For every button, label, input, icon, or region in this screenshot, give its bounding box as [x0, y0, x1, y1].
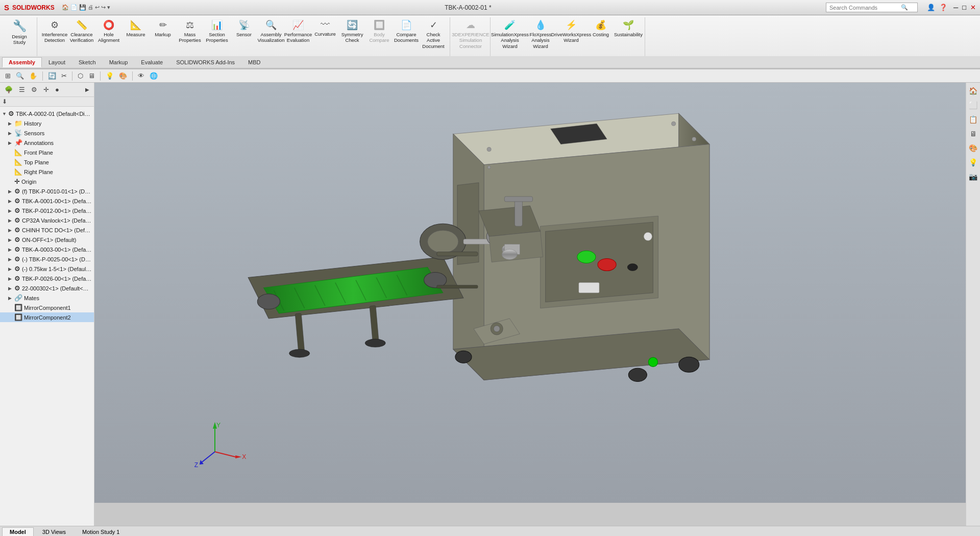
measure-btn[interactable]: 📐 Measure [122, 17, 149, 39]
tbkp0012-expander[interactable]: ▶ [8, 208, 14, 213]
performance-evaluation-btn[interactable]: 📈 PerformanceEvaluation [285, 17, 311, 45]
tree-item-chinh[interactable]: ▶ ⚙ CHINH TOC DO<1> (Default) [0, 225, 94, 235]
costing-btn[interactable]: 💰 Costing [587, 17, 614, 39]
rp-home-icon[interactable]: 🏠 [967, 85, 979, 97]
view-zoom-icon[interactable]: 🔍 [14, 70, 26, 81]
tab-motion-study[interactable]: Motion Study 1 [75, 527, 127, 537]
help-icon[interactable]: ❓ [939, 4, 947, 11]
lp-config-btn[interactable]: ⚙ [29, 84, 40, 95]
feature-tree[interactable]: ▼ ⚙ TBK-A-0002-01 (Default<Display State… [0, 107, 94, 526]
section-properties-btn[interactable]: 📊 SectionProperties [204, 17, 230, 45]
sensor-btn[interactable]: 📡 Sensor [231, 17, 257, 39]
lp-custom-btn[interactable]: ● [53, 84, 62, 95]
root-expander[interactable]: ▼ [2, 111, 8, 116]
tbkp0026-expander[interactable]: ▶ [8, 276, 14, 281]
tab-sketch[interactable]: Sketch [72, 57, 103, 67]
tree-item-tbka0001[interactable]: ▶ ⚙ TBK-A-0001-00<1> (Default) [0, 196, 94, 206]
compare-documents-btn[interactable]: 📄 CompareDocuments [393, 17, 420, 45]
tab-markup[interactable]: Markup [103, 57, 135, 67]
tree-item-mirror1[interactable]: 🔲 MirrorComponent1 [0, 303, 94, 312]
tab-addins[interactable]: SOLIDWORKS Add-Ins [169, 57, 241, 67]
tab-evaluate[interactable]: Evaluate [134, 57, 169, 67]
rp-color-icon[interactable]: 🎨 [967, 142, 979, 154]
tree-item-tbkp0012[interactable]: ▶ ⚙ TBK-P-0012-00<1> (Default) [0, 206, 94, 215]
clearance-verification-btn[interactable]: 📏 ClearanceVerification [68, 17, 95, 45]
tree-item-motor[interactable]: ▶ ⚙ (-) 0.75kw 1-5<1> (Default<As Ma [0, 264, 94, 274]
tbkp0025-expander[interactable]: ▶ [8, 257, 14, 262]
hide-show-icon[interactable]: 👁 [136, 70, 146, 81]
rp-display-icon[interactable]: 🖥 [968, 128, 979, 140]
motor-expander[interactable]: ▶ [8, 266, 14, 272]
scene-icon[interactable]: 🌐 [148, 70, 160, 81]
mates-expander[interactable]: ▶ [8, 296, 14, 301]
tree-item-front-plane[interactable]: 📐 Front Plane [0, 148, 94, 157]
hole-alignment-btn[interactable]: ⭕ HoleAlignment [95, 17, 122, 45]
user-icon[interactable]: 👤 [927, 4, 935, 11]
view-pan-icon[interactable]: ✋ [27, 70, 39, 81]
view-disp-icon[interactable]: 🖥 [86, 70, 97, 81]
tab-assembly[interactable]: Assembly [2, 57, 42, 67]
tree-item-onoff[interactable]: ▶ ⚙ ON-OFF<1> (Default) [0, 235, 94, 245]
tree-item-annotations[interactable]: ▶ 📌 Annotations [0, 138, 94, 148]
mass-properties-btn[interactable]: ⚖ MassProperties [177, 17, 203, 45]
rp-camera-icon[interactable]: 📷 [967, 170, 979, 183]
tree-item-mates[interactable]: ▶ 🔗 Mates [0, 293, 94, 303]
design-study-btn[interactable]: 🔧 DesignStudy [5, 17, 34, 47]
tree-item-origin[interactable]: ✛ Origin [0, 177, 94, 186]
search-box[interactable]: 🔍 [826, 3, 918, 12]
tab-mbd[interactable]: MBD [241, 57, 267, 67]
view-rotate-icon[interactable]: 🔄 [46, 70, 58, 81]
tree-item-tbk0010[interactable]: ▶ ⚙ (f) TBK-P-0010-01<1> (Default<As [0, 186, 94, 196]
markup-btn[interactable]: ✏ Markup [150, 17, 176, 39]
sustainability-btn[interactable]: 🌱 Sustainability [615, 17, 642, 39]
tbka0003-expander[interactable]: ▶ [8, 247, 14, 252]
tab-3dviews[interactable]: 3D Views [35, 527, 74, 537]
view-section-icon[interactable]: ✂ [59, 70, 69, 81]
lp-tree-btn[interactable]: 🌳 [2, 84, 15, 95]
simulation-xpress-btn[interactable]: 🧪 SimulationXpressAnalysisWizard [495, 17, 525, 51]
lp-display-btn[interactable]: ✛ [41, 84, 52, 95]
tree-item-tbkp0026[interactable]: ▶ ⚙ TBK-P-0026-00<1> (Default) [0, 274, 94, 283]
22000302-expander[interactable]: ▶ [8, 286, 14, 291]
tbka0001-expander[interactable]: ▶ [8, 199, 14, 204]
assembly-visualization-btn[interactable]: 🔍 AssemblyVisualization [258, 17, 284, 45]
tab-layout[interactable]: Layout [42, 57, 72, 67]
sensors-expander[interactable]: ▶ [8, 131, 14, 136]
annotations-expander[interactable]: ▶ [8, 140, 14, 145]
onoff-expander[interactable]: ▶ [8, 237, 14, 242]
lp-expand-btn[interactable]: ▶ [83, 85, 92, 94]
cp32a-expander[interactable]: ▶ [8, 218, 14, 223]
symmetry-check-btn[interactable]: 🔄 SymmetryCheck [339, 17, 365, 45]
interference-detection-btn[interactable]: ⚙ InterferenceDetection [41, 17, 68, 45]
lp-properties-btn[interactable]: ☰ [16, 84, 28, 95]
tree-item-22000302[interactable]: ▶ ⚙ 22-000302<1> (Default<As Machir [0, 283, 94, 293]
tab-model[interactable]: Model [2, 527, 34, 536]
tree-item-mirror2[interactable]: 🔲 MirrorComponent2 [0, 312, 94, 322]
tree-item-tbkp0025[interactable]: ▶ ⚙ (-) TBK-P-0025-00<1> (Default) [0, 254, 94, 264]
rp-layers-icon[interactable]: 📋 [967, 113, 979, 126]
floxpress-btn[interactable]: 💧 FloXpressAnalysisWizard [526, 17, 555, 51]
tree-item-right-plane[interactable]: 📐 Right Plane [0, 167, 94, 177]
curvature-btn[interactable]: 〰 Curvature [312, 17, 338, 39]
tree-item-tbka0003[interactable]: ▶ ⚙ TBK-A-0003-00<1> (Default) [0, 245, 94, 254]
minimize-btn[interactable]: ─ [953, 4, 958, 11]
lights-icon[interactable]: 💡 [104, 70, 116, 81]
viewport[interactable]: Y X Z [94, 83, 966, 526]
rp-expand-icon[interactable]: ⬜ [967, 99, 979, 111]
history-expander[interactable]: ▶ [8, 121, 14, 126]
check-active-btn[interactable]: ✓ Check ActiveDocument [420, 17, 447, 51]
tree-item-sensors[interactable]: ▶ 📡 Sensors [0, 128, 94, 138]
rp-scene-icon[interactable]: 💡 [967, 156, 979, 168]
appearance-icon[interactable]: 🎨 [117, 70, 129, 81]
tree-item-cp32a[interactable]: ▶ ⚙ CP32A Vanlock<1> (Default) [0, 215, 94, 225]
tbk0010-expander[interactable]: ▶ [8, 189, 14, 194]
maximize-btn[interactable]: □ [962, 4, 966, 11]
tree-root[interactable]: ▼ ⚙ TBK-A-0002-01 (Default<Display State… [0, 109, 94, 118]
view-orient-icon[interactable]: ⊞ [3, 70, 13, 81]
chinh-expander[interactable]: ▶ [8, 228, 14, 233]
search-input[interactable] [829, 5, 901, 11]
driveworks-btn[interactable]: ⚡ DriveWorksXpressWizard [556, 17, 586, 45]
close-btn[interactable]: ✕ [970, 4, 976, 11]
tree-item-top-plane[interactable]: 📐 Top Plane [0, 157, 94, 167]
tree-item-history[interactable]: ▶ 📁 History [0, 118, 94, 128]
